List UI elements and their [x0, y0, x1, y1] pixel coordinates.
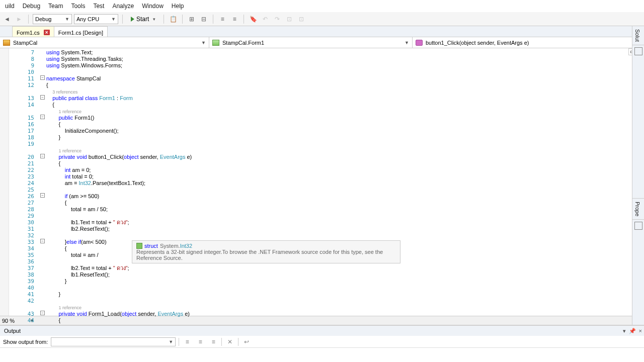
separator — [122, 15, 123, 24]
class-icon — [212, 40, 219, 46]
separator — [213, 15, 213, 24]
show-output-label: Show output from: — [3, 339, 48, 345]
toolbar-btn[interactable]: ≡ — [208, 337, 218, 347]
toolbar-btn[interactable]: ↶ — [260, 14, 270, 24]
separator — [238, 338, 238, 346]
menu-test[interactable]: Test — [89, 1, 108, 11]
toolbar-btn[interactable]: ↷ — [272, 14, 282, 24]
indent-right-icon[interactable]: ≡ — [229, 14, 239, 24]
close-icon[interactable]: × — [44, 30, 50, 35]
panel-icon[interactable] — [634, 222, 642, 230]
method-icon — [416, 40, 423, 46]
solution-explorer-tab[interactable]: Solut — [632, 26, 642, 45]
chevron-down-icon: ▼ — [169, 339, 173, 344]
properties-tab[interactable]: Prope — [632, 199, 642, 219]
panel-icon[interactable] — [634, 47, 642, 55]
config-combo[interactable]: Debug▼ — [33, 14, 72, 24]
toolbar-btn[interactable]: ⊞ — [187, 14, 197, 24]
output-header: Output ▾ 📌 × — [0, 326, 644, 336]
wrap-icon[interactable]: ↩ — [242, 337, 252, 347]
nav-project-combo[interactable]: StampCal▼ — [0, 37, 209, 48]
menu-build[interactable]: uild — [1, 1, 19, 11]
chevron-down-icon: ▾ — [153, 17, 155, 22]
toolbar: ◄ ► Debug▼ Any CPU▼ Start▾ 📋 ⊞ ⊟ ≡ ≡ 🔖 ↶… — [0, 12, 644, 26]
nav-class-combo[interactable]: StampCal.Form1▼ — [209, 37, 413, 48]
outline-column: −−−−−−− — [39, 48, 46, 316]
document-tabs: Form1.cs× Form1.cs [Design] ▾ — [0, 26, 644, 37]
struct-icon — [136, 243, 142, 249]
outline-toggle-icon[interactable]: − — [40, 75, 45, 80]
separator — [164, 15, 164, 24]
toolbar-btn[interactable]: ⊡ — [284, 14, 294, 24]
line-number-gutter: 7891011121314151617181920212223242526272… — [9, 48, 39, 316]
nav-member-combo[interactable]: button1_Click(object sender, EventArgs e… — [413, 37, 644, 48]
code-navbar: StampCal▼ StampCal.Form1▼ button1_Click(… — [0, 37, 644, 48]
play-icon — [131, 17, 134, 22]
toolbar-btn[interactable]: 📋 — [168, 14, 178, 24]
separator — [244, 15, 244, 24]
indent-left-icon[interactable]: ≡ — [217, 14, 227, 24]
menu-tools[interactable]: Tools — [67, 1, 89, 11]
dropdown-icon[interactable]: ▾ — [623, 328, 626, 334]
close-icon[interactable]: × — [639, 328, 642, 334]
chevron-down-icon: ▼ — [65, 17, 69, 22]
chevron-down-icon: ▼ — [111, 17, 116, 22]
menu-window[interactable]: Window — [138, 1, 168, 11]
menu-debug[interactable]: Debug — [19, 1, 44, 11]
output-toolbar: Show output from: ▼ ≡ ≡ ≡ ✕ ↩ — [0, 336, 644, 348]
toolbar-btn[interactable]: ⊡ — [296, 14, 306, 24]
outline-toggle-icon[interactable]: − — [40, 193, 45, 198]
pin-icon[interactable]: 📌 — [629, 328, 636, 334]
outline-toggle-icon[interactable]: − — [40, 154, 45, 158]
platform-combo[interactable]: Any CPU▼ — [74, 14, 118, 24]
margin-column — [0, 48, 9, 316]
outline-toggle-icon[interactable]: − — [40, 115, 45, 119]
outline-toggle-icon[interactable]: − — [40, 95, 45, 100]
tab-form1-design[interactable]: Form1.cs [Design] — [54, 26, 108, 37]
outline-toggle-icon[interactable]: − — [40, 239, 45, 243]
separator — [221, 338, 222, 346]
code-area[interactable]: using System.Text;using System.Threading… — [46, 48, 635, 316]
separator — [28, 15, 29, 24]
output-source-combo[interactable]: ▼ — [51, 337, 176, 346]
menu-analyze[interactable]: Analyze — [108, 1, 138, 11]
separator — [179, 338, 179, 346]
nav-fwd-icon: ► — [14, 14, 24, 24]
tooltip-desc: Represents a 32-bit signed integer.To br… — [136, 249, 396, 261]
toolbar-btn[interactable]: ⊟ — [199, 14, 209, 24]
project-icon — [3, 40, 10, 46]
code-editor[interactable]: 7891011121314151617181920212223242526272… — [0, 48, 644, 316]
output-body[interactable] — [0, 348, 644, 362]
bookmark-icon[interactable]: 🔖 — [248, 14, 258, 24]
clear-icon[interactable]: ✕ — [225, 337, 235, 347]
nav-back-icon[interactable]: ◄ — [2, 14, 12, 24]
quickinfo-tooltip: struct System.Int32 Represents a 32-bit … — [132, 240, 400, 263]
output-title: Output — [4, 328, 21, 334]
output-panel: Output ▾ 📌 × Show output from: ▼ ≡ ≡ ≡ ✕… — [0, 325, 644, 362]
menu-team[interactable]: Team — [44, 1, 67, 11]
toolbar-btn[interactable]: ≡ — [182, 337, 192, 347]
menu-bar: uild Debug Team Tools Test Analyze Windo… — [0, 0, 644, 12]
chevron-down-icon: ▼ — [405, 40, 409, 45]
side-panel-right: Solut Prope — [632, 26, 644, 325]
start-button[interactable]: Start▾ — [127, 14, 159, 24]
tab-form1-cs[interactable]: Form1.cs× — [12, 26, 54, 37]
menu-help[interactable]: Help — [168, 1, 188, 11]
chevron-down-icon: ▼ — [201, 40, 206, 45]
toolbar-btn[interactable]: ≡ — [195, 337, 205, 347]
outline-toggle-icon[interactable]: − — [40, 311, 45, 315]
separator — [182, 15, 183, 24]
